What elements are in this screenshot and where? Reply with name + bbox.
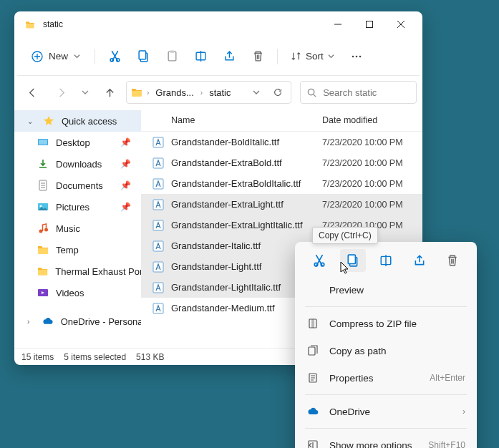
maximize-button[interactable]	[354, 11, 385, 37]
pin-icon: 📌	[120, 159, 131, 169]
folder-icon	[24, 20, 36, 29]
chevron-right-icon: ›	[462, 406, 465, 417]
sidebar-item-label: Desktop	[56, 137, 90, 148]
titlebar: static	[14, 11, 422, 37]
collapse-caret-icon[interactable]: ⌃	[141, 109, 422, 112]
rename-button[interactable]	[187, 44, 214, 69]
sidebar-onedrive[interactable]: › OneDrive - Personal	[14, 311, 141, 332]
window-title: static	[43, 19, 63, 29]
sidebar-item[interactable]: Pictures📌	[14, 196, 141, 218]
minimize-button[interactable]	[322, 11, 354, 37]
cut-button[interactable]	[101, 44, 128, 69]
sidebar-item[interactable]: Thermal Exhaust Port	[14, 260, 141, 282]
sidebar-item[interactable]: Documents📌	[14, 175, 141, 196]
trash-icon	[446, 254, 459, 267]
new-button[interactable]: New	[23, 47, 89, 67]
share-icon	[223, 50, 236, 62]
file-name: Grandstander-ExtraLightItalic.ttf	[171, 220, 322, 230]
ctx-properties[interactable]: Properties Alt+Enter	[299, 364, 473, 391]
file-row[interactable]: Grandstander-ExtraBoldItalic.ttf7/23/202…	[141, 173, 422, 194]
ctx-cut-button[interactable]	[306, 249, 332, 272]
ctx-share-button[interactable]	[407, 249, 432, 272]
copy-button[interactable]	[130, 44, 157, 69]
ctx-more-options[interactable]: Show more options Shift+F10	[299, 432, 473, 448]
search-placeholder: Search static	[323, 87, 377, 98]
ctx-delete-button[interactable]	[440, 249, 465, 272]
cloud-icon	[42, 316, 53, 327]
chevron-down-icon: ⌄	[27, 117, 36, 125]
back-button[interactable]	[20, 80, 44, 104]
close-button[interactable]	[385, 11, 417, 37]
ctx-onedrive[interactable]: OneDrive ›	[299, 398, 473, 425]
ctx-rename-button[interactable]	[373, 249, 399, 272]
zip-icon	[307, 318, 319, 329]
nav-row: › Grands... › static Search static	[14, 76, 422, 109]
sidebar-label: OneDrive - Personal	[61, 316, 141, 327]
sidebar-quick-access[interactable]: ⌄ Quick access	[14, 110, 141, 132]
more-button[interactable]	[343, 44, 370, 69]
font-file-icon	[152, 199, 164, 210]
chevron-right-icon: ›	[200, 89, 203, 97]
command-bar: New Sort	[17, 37, 420, 76]
sort-button[interactable]: Sort	[284, 47, 341, 66]
paste-button[interactable]	[158, 44, 185, 69]
forward-button[interactable]	[49, 80, 73, 104]
sidebar-item-icon	[37, 201, 49, 213]
font-file-icon	[152, 178, 164, 190]
chevron-right-icon: ›	[147, 89, 149, 97]
sidebar-item[interactable]: Videos	[14, 282, 141, 303]
breadcrumb-seg[interactable]: static	[207, 86, 233, 99]
delete-button[interactable]	[244, 44, 271, 69]
rename-icon	[195, 50, 207, 62]
sidebar-item-label: Music	[56, 223, 80, 234]
sidebar-item-label: Downloads	[56, 159, 102, 170]
status-count: 15 items	[21, 352, 54, 362]
column-date[interactable]: Date modified	[322, 115, 422, 125]
font-file-icon	[152, 261, 164, 273]
search-input[interactable]: Search static	[300, 81, 417, 104]
up-button[interactable]	[97, 80, 122, 104]
sidebar-item[interactable]: Desktop📌	[14, 132, 141, 153]
folder-icon	[131, 87, 142, 98]
column-name[interactable]: Name	[141, 115, 322, 125]
pin-icon: 📌	[120, 180, 131, 190]
sidebar-label: Quick access	[62, 116, 117, 127]
ctx-copypath[interactable]: Copy as path	[299, 337, 473, 364]
ctx-preview[interactable]: Preview	[299, 276, 473, 303]
refresh-button[interactable]	[269, 87, 286, 97]
sidebar-item[interactable]: Downloads📌	[14, 153, 141, 175]
cloud-icon	[307, 406, 319, 417]
file-row[interactable]: Grandstander-ExtraBold.ttf7/23/2020 10:0…	[141, 152, 422, 173]
ctx-zip[interactable]: Compress to ZIP file	[299, 310, 473, 337]
sort-icon	[291, 51, 301, 62]
file-row[interactable]: Grandstander-ExtraLightItalic.ttf7/23/20…	[141, 215, 422, 235]
font-file-icon	[152, 282, 164, 293]
sidebar-item[interactable]: Temp	[14, 239, 141, 260]
file-row[interactable]: Grandstander-ExtraLight.ttf7/23/2020 10:…	[141, 194, 422, 215]
file-name: Grandstander-ExtraBold.ttf	[171, 157, 322, 168]
trash-icon	[252, 50, 264, 62]
sidebar-item[interactable]: Music	[14, 218, 141, 239]
address-bar[interactable]: › Grands... › static	[126, 81, 291, 104]
search-icon	[306, 87, 317, 98]
font-file-icon	[152, 240, 164, 252]
recent-button[interactable]	[77, 80, 93, 104]
sidebar-item-icon	[37, 266, 48, 277]
sort-label: Sort	[306, 51, 324, 62]
chevron-right-icon: ›	[27, 318, 35, 326]
file-name: Grandstander-BoldItalic.ttf	[171, 137, 322, 147]
rename-icon	[379, 254, 392, 267]
font-file-icon	[152, 137, 164, 148]
file-row[interactable]: Grandstander-BoldItalic.ttf7/23/2020 10:…	[141, 132, 422, 152]
breadcrumb-seg[interactable]: Grands...	[153, 86, 195, 99]
font-file-icon	[152, 220, 164, 231]
properties-icon	[307, 372, 319, 384]
dots-icon	[351, 51, 362, 62]
sidebar-item-icon	[37, 223, 49, 234]
svg-rect-25	[367, 21, 373, 28]
address-history-button[interactable]	[248, 89, 265, 96]
share-button[interactable]	[215, 44, 243, 69]
sidebar-item-icon	[37, 180, 49, 191]
file-date: 7/23/2020 10:00 PM	[322, 200, 422, 210]
file-date: 7/23/2020 10:00 PM	[322, 179, 422, 189]
